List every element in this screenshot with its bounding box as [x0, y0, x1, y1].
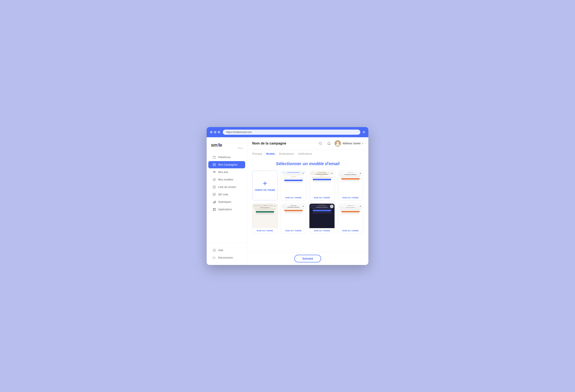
eye-icon-7[interactable]: 👁	[359, 205, 362, 208]
template-card-1[interactable]: 👁 VOTRE AVIS EST PRÉCIEUX ! ★★★★★	[281, 171, 306, 200]
sidebar-item-plateforme[interactable]: Plateforme	[208, 154, 245, 161]
template-card-6[interactable]: 👁 LE STYLE DU CHEF VOTRE AVIS EST PRÉCIE…	[309, 203, 335, 233]
template-preview-1: 👁 VOTRE AVIS EST PRÉCIEUX ! ★★★★★	[281, 171, 306, 195]
eye-icon-3[interactable]: 👁	[359, 172, 362, 175]
svg-point-21	[337, 142, 339, 144]
svg-rect-13	[213, 208, 214, 209]
user-profile[interactable]: Matthias Sardet ▾	[335, 140, 363, 147]
svg-rect-0	[213, 157, 216, 159]
browser-menu-dot	[363, 131, 365, 133]
svg-point-19	[319, 142, 321, 144]
sidebar: sm!le Mood Plateforme	[207, 137, 247, 265]
help-icon	[213, 248, 216, 252]
svg-rect-7	[215, 193, 216, 194]
sidebar-nav: Plateforme Mes Campagnes	[207, 153, 247, 213]
template-card-3[interactable]: 👁 OPYALEA VOTRE AVIS EST PRÉCIEUX !	[338, 171, 363, 200]
svg-point-18	[214, 251, 214, 251]
svg-rect-12	[215, 201, 216, 203]
notifications-button[interactable]	[326, 141, 332, 147]
template-footer-7: NOM DU THEME	[338, 228, 363, 233]
template-footer-1: NOM DU THEME	[281, 195, 306, 200]
templates-icon	[213, 178, 216, 181]
avatar	[335, 140, 341, 147]
qr-code-label: QR code	[218, 193, 228, 196]
template-card-4[interactable]: 👁 Logo Votre avis est précieux !	[252, 203, 278, 233]
sidebar-item-qr-code[interactable]: QR code	[208, 191, 245, 198]
search-button[interactable]	[317, 141, 323, 147]
template-footer-2: NOM DU THEME	[310, 195, 335, 200]
home-icon	[213, 156, 216, 159]
eye-icon-2[interactable]: 👁	[330, 172, 334, 175]
breadcrumb: Principal › Modèle › Destinataires › Vér…	[247, 150, 368, 158]
svg-rect-6	[213, 193, 214, 194]
template-preview-7: 👁 LASELIS Voter avis est précieux.	[338, 204, 363, 228]
create-theme-card[interactable]: + CRÉER UN THEME	[252, 171, 278, 200]
content-area: Sélectionner un modèle d'email + CRÉER U…	[247, 158, 368, 252]
next-button[interactable]: Suivant	[294, 255, 321, 262]
eye-icon-6[interactable]: 👁	[330, 205, 334, 208]
browser-dots	[210, 131, 220, 133]
sidebar-item-deconnexion[interactable]: Déconnexion	[208, 254, 245, 261]
template-name-2: NOM DU THEME	[311, 197, 333, 199]
browser-url-bar[interactable]: https://smilemood.com	[223, 130, 360, 135]
header-actions: Matthias Sardet ▾	[317, 140, 363, 147]
eye-icon-1[interactable]: 👁	[302, 172, 305, 175]
template-card-5[interactable]: 👁 SANA GRIS VOTRE AVIS EST PRÉCIEUX !	[281, 203, 306, 233]
templates-grid-row1: + CRÉER UN THEME 👁 VOTRE AVIS EST PRÉCIE…	[252, 171, 363, 200]
app-container: sm!le Mood Plateforme	[207, 137, 368, 265]
section-title: Sélectionner un modèle d'email	[252, 161, 363, 166]
svg-rect-9	[215, 195, 215, 196]
breadcrumb-verifications[interactable]: Vérifications	[298, 152, 312, 155]
logo: sm!le Mood	[207, 141, 247, 153]
liste-contact-label: Liste de contact	[218, 186, 236, 189]
breadcrumb-sep-3: ›	[296, 153, 296, 155]
template-card-2[interactable]: 👁 Pv Princess Bompagne VOTRE AVIS EST PR…	[309, 171, 335, 200]
template-card-7[interactable]: 👁 LASELIS Voter avis est précieux.	[338, 203, 363, 233]
svg-rect-16	[215, 210, 216, 211]
sidebar-item-statistiques[interactable]: Statistiques	[208, 198, 245, 206]
svg-rect-8	[213, 195, 214, 196]
template-name-5: NOM DU THEME	[283, 230, 304, 232]
browser-window: https://smilemood.com sm!le Mood	[207, 127, 368, 265]
sidebar-item-liste-contact[interactable]: Liste de contact	[208, 183, 245, 191]
template-name-6: NOM DU THEME	[311, 230, 333, 232]
applications-label: Applications	[218, 208, 232, 211]
template-footer-3: NOM DU THEME	[338, 195, 363, 200]
mes-avis-label: Mes avis	[218, 171, 228, 174]
bottom-bar: Suivant	[247, 252, 368, 265]
eye-icon-5[interactable]: 👁	[302, 205, 305, 208]
sidebar-item-mes-avis[interactable]: Mes avis	[208, 169, 245, 176]
sidebar-item-aide[interactable]: Aide	[208, 247, 245, 254]
mes-modeles-label: Mes modèles	[218, 178, 233, 181]
contacts-icon	[213, 185, 216, 189]
breadcrumb-destinataires[interactable]: Destinataires	[279, 152, 294, 155]
reviews-icon	[213, 171, 216, 174]
campaigns-icon	[213, 163, 216, 166]
template-preview-5: 👁 SANA GRIS VOTRE AVIS EST PRÉCIEUX !	[281, 204, 306, 228]
sidebar-item-mes-modeles[interactable]: Mes modèles	[208, 176, 245, 183]
svg-rect-11	[214, 201, 215, 203]
template-footer-6: NOM DU THEME	[310, 228, 335, 233]
qr-icon	[213, 193, 216, 196]
template-footer-4: NOM DU THEME	[252, 228, 278, 233]
browser-chrome: https://smilemood.com	[207, 127, 368, 137]
svg-rect-15	[213, 210, 214, 211]
create-plus-icon: +	[263, 180, 267, 187]
template-footer-5: NOM DU THEME	[281, 228, 306, 233]
campaign-name: Nom de la campagne	[252, 142, 317, 145]
dot-green	[218, 131, 220, 133]
svg-rect-10	[213, 202, 214, 203]
stats-icon	[213, 200, 216, 204]
sidebar-item-mes-campagnes[interactable]: Mes Campagnes	[208, 161, 245, 168]
user-name: Matthias Sardet	[343, 142, 360, 145]
sidebar-item-applications[interactable]: Applications	[208, 206, 245, 213]
eye-icon-4[interactable]: 👁	[273, 205, 276, 208]
template-preview-3: 👁 OPYALEA VOTRE AVIS EST PRÉCIEUX !	[338, 171, 363, 195]
template-name-3: NOM DU THEME	[340, 197, 361, 199]
create-label: CRÉER UN THEME	[255, 189, 275, 191]
sidebar-bottom: Aide Déconnexion	[207, 243, 247, 262]
main-content: Nom de la campagne	[247, 137, 368, 265]
breadcrumb-modele[interactable]: Modèle	[266, 152, 275, 155]
plateforme-label: Plateforme	[218, 156, 230, 159]
breadcrumb-principal[interactable]: Principal	[252, 152, 262, 155]
